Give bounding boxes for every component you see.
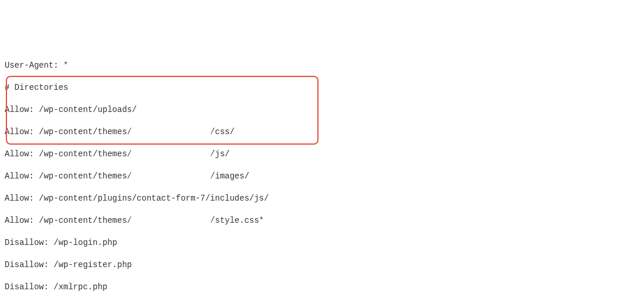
line-suffix: /images/ — [210, 171, 249, 181]
line-prefix: Allow: /wp-content/themes/ — [5, 149, 132, 159]
robots-line: User-Agent: * — [5, 60, 269, 71]
robots-line: Allow: /wp-content/themes/xxxxxxxxxxxxxx… — [5, 171, 269, 182]
robots-line: Allow: /wp-content/themes/xxxxxxxxxxxxxx… — [5, 127, 269, 138]
redacted-theme-name: xxxxxxxxxxxxxxxx — [132, 149, 210, 160]
robots-line: Allow: /wp-content/themes/xxxxxxxxxxxxxx… — [5, 149, 269, 160]
redacted-theme-name: xxxxxxxxxxxxxxxx — [132, 171, 210, 182]
redacted-theme-name: xxxxxxxxxxxxxxxx — [132, 215, 210, 226]
redacted-theme-name: xxxxxxxxxxxxxxxx — [132, 127, 210, 138]
line-prefix: Allow: /wp-content/themes/ — [5, 127, 132, 136]
robots-line: Allow: /wp-content/themes/xxxxxxxxxxxxxx… — [5, 215, 269, 226]
line-prefix: Allow: /wp-content/themes/ — [5, 171, 132, 181]
line-suffix: /style.css* — [210, 216, 264, 225]
robots-line: Disallow: /xmlrpc.php — [5, 282, 269, 293]
robots-line: # Directories — [5, 82, 269, 93]
robots-line: Disallow: /wp-register.php — [5, 260, 269, 271]
line-prefix: Allow: /wp-content/themes/ — [5, 216, 132, 225]
line-suffix: /css/ — [210, 127, 235, 136]
robots-txt-content: User-Agent: * # Directories Allow: /wp-c… — [5, 49, 269, 298]
robots-line: Allow: /wp-content/uploads/ — [5, 104, 269, 115]
line-suffix: /js/ — [210, 149, 230, 159]
robots-line: Disallow: /wp-login.php — [5, 237, 269, 248]
robots-line: Allow: /wp-content/plugins/contact-form-… — [5, 193, 269, 204]
